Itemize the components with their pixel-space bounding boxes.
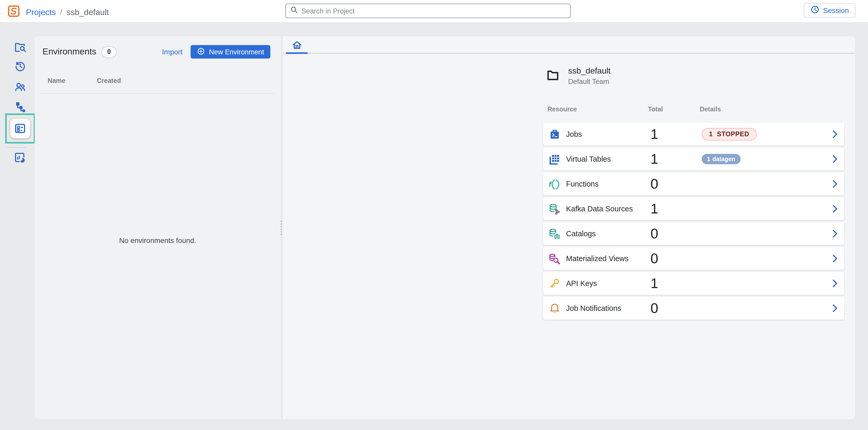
flow-icon	[14, 101, 26, 114]
resource-label: Catalogs	[566, 222, 596, 245]
resource-total: 1	[650, 148, 658, 171]
new-environment-button[interactable]: New Environment	[191, 45, 270, 59]
resource-row-api-keys[interactable]: API Keys1	[543, 272, 844, 295]
monitoring-icon	[14, 152, 26, 164]
environments-table-divider	[40, 93, 275, 94]
column-header-resource: Resource	[548, 106, 577, 113]
materialized-views-icon	[549, 253, 561, 265]
catalogs-icon	[549, 228, 561, 240]
breadcrumb-projects-link[interactable]: Projects	[26, 7, 56, 17]
resource-row-catalogs[interactable]: Catalogs0	[543, 222, 844, 245]
chevron-right-icon	[830, 154, 840, 164]
search-icon	[290, 6, 298, 16]
chevron-right-icon	[830, 179, 840, 189]
brand: Projects / ssb_default	[8, 5, 109, 19]
column-header-total: Total	[648, 106, 663, 113]
resource-total: 0	[650, 222, 658, 245]
project-title: ssb_default	[568, 66, 611, 75]
resource-label: Virtual Tables	[566, 148, 611, 171]
session-button[interactable]: Session	[804, 3, 856, 18]
api-keys-icon	[549, 278, 561, 290]
pane-resize-handle[interactable]	[281, 36, 283, 419]
resource-total: 1	[650, 123, 658, 146]
badge-label: STOPPED	[717, 130, 749, 138]
sidebar-item-data-flow[interactable]	[14, 101, 26, 114]
sidebar-item-monitoring[interactable]	[14, 152, 26, 164]
job-notifications-icon	[549, 303, 561, 315]
tab-bar	[283, 36, 855, 54]
sidebar-divider	[7, 147, 27, 148]
resource-table-body: Jobs11STOPPEDVirtual Tables11datagenfFun…	[543, 123, 844, 322]
chevron-right-icon	[830, 204, 840, 214]
chevron-right-icon	[830, 228, 840, 239]
folder-search-icon	[14, 41, 26, 54]
column-header-details: Details	[700, 106, 721, 113]
resource-row-functions[interactable]: fFunctions0	[543, 173, 844, 195]
resource-total: 0	[650, 173, 658, 195]
app: Projects / ssb_default Session	[0, 0, 868, 430]
chevron-right-icon	[830, 278, 840, 288]
resource-column-headers: Resource Total Details	[543, 106, 844, 114]
badge-label: datagen	[712, 156, 735, 162]
resource-details: 1datagen	[702, 148, 740, 171]
environments-count-badge: 0	[101, 46, 117, 58]
empty-state-message: No environments found.	[35, 236, 281, 245]
resource-total: 0	[650, 297, 658, 320]
virtual-tables-icon	[549, 153, 561, 166]
resource-row-materialized-views[interactable]: Materialized Views0	[543, 247, 844, 270]
resource-total: 0	[650, 247, 658, 270]
new-environment-label: New Environment	[209, 48, 264, 56]
badge-count: 1	[709, 130, 713, 138]
tab-home[interactable]	[286, 36, 308, 54]
details-badge: 1STOPPED	[702, 128, 756, 141]
breadcrumb-current: ssb_default	[67, 7, 109, 17]
import-link[interactable]: Import	[162, 48, 183, 56]
breadcrumb-separator: /	[60, 7, 62, 17]
column-header-name: Name	[48, 77, 97, 85]
top-header: Projects / ssb_default Session	[0, 0, 868, 23]
sidebar-item-environments[interactable]	[10, 119, 30, 138]
environments-title: Environments	[42, 47, 96, 57]
resource-details: 1STOPPED	[702, 123, 756, 146]
environments-icon	[14, 122, 26, 135]
active-tab-indicator	[286, 52, 308, 54]
sidebar-item-history[interactable]	[14, 60, 26, 72]
content-card: Environments 0 Import New Environment Na…	[35, 36, 855, 419]
chevron-right-icon	[830, 303, 840, 313]
users-icon	[14, 81, 26, 93]
history-icon	[14, 60, 26, 72]
search-input[interactable]	[302, 7, 566, 15]
column-header-created: Created	[97, 77, 121, 85]
environments-column-headers: Name Created	[48, 77, 121, 85]
kafka-data-source-icon	[549, 203, 561, 216]
chevron-right-icon	[830, 129, 840, 140]
resource-label: Job Notifications	[566, 297, 621, 320]
environments-panel: Environments 0 Import New Environment Na…	[35, 36, 281, 419]
chevron-right-icon	[830, 253, 840, 264]
resource-label: Kafka Data Sources	[566, 197, 633, 220]
environments-header: Environments 0 Import New Environment	[42, 45, 270, 59]
svg-text:f: f	[549, 180, 552, 188]
resource-row-virtual-tables[interactable]: Virtual Tables11datagen	[543, 148, 844, 171]
home-icon	[291, 40, 302, 51]
resource-label: Jobs	[566, 123, 582, 146]
project-search[interactable]	[285, 4, 571, 18]
resource-row-kafka-data-sources[interactable]: Kafka Data Sources1	[543, 197, 844, 220]
resource-row-job-notifications[interactable]: Job Notifications0	[543, 297, 844, 320]
app-logo-icon[interactable]	[8, 5, 20, 19]
clock-icon	[810, 5, 819, 16]
resource-label: Materialized Views	[566, 247, 628, 270]
project-header: ssb_default Default Team	[546, 66, 611, 86]
resource-total: 1	[650, 272, 658, 295]
badge-count: 1	[707, 156, 710, 162]
details-badge: 1datagen	[702, 154, 740, 164]
resource-row-jobs[interactable]: Jobs11STOPPED	[543, 123, 844, 146]
sidebar-item-explorer[interactable]	[14, 41, 26, 54]
folder-icon	[546, 68, 560, 85]
sidebar-item-users[interactable]	[14, 81, 26, 93]
plus-circle-icon	[197, 47, 205, 57]
sidebar-rail	[0, 23, 35, 430]
project-home-panel: ssb_default Default Team Resource Total …	[283, 36, 855, 419]
resource-total: 1	[650, 197, 658, 220]
breadcrumb: Projects / ssb_default	[26, 7, 109, 17]
